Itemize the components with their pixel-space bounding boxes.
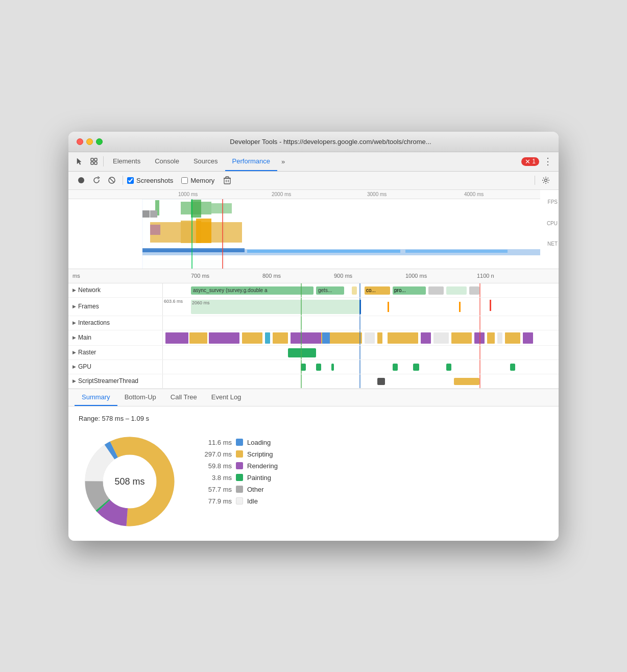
legend-painting-value: 3.8 ms	[201, 474, 232, 482]
script-bar1	[377, 378, 385, 385]
memory-checkbox-label[interactable]: Memory	[181, 177, 214, 184]
tab-list: Elements Console Sources Performance »	[106, 152, 521, 171]
script-label: ScriptStreamerThread	[78, 377, 138, 385]
main-vline-green	[301, 330, 302, 345]
cursor-icon[interactable]	[73, 154, 87, 169]
legend-other-label: Other	[247, 486, 264, 493]
timeline-header: ms 700 ms 800 ms 900 ms 1000 ms 1100 n	[68, 269, 559, 283]
script-content	[163, 374, 559, 388]
maximize-button[interactable]	[96, 138, 103, 145]
main-row-label[interactable]: ▶ Main	[68, 330, 163, 345]
main-bar-gold5	[377, 332, 382, 344]
close-button[interactable]	[77, 138, 83, 145]
perf-toolbar: Screenshots Memory	[68, 172, 559, 190]
tab-console[interactable]: Console	[148, 152, 186, 171]
main-bar-gold2	[242, 332, 262, 344]
gpu-row-label[interactable]: ▶ GPU	[68, 360, 163, 374]
window-title: Developer Tools - https://developers.goo…	[111, 138, 550, 146]
legend-rendering-value: 59.8 ms	[201, 462, 232, 470]
svg-rect-25	[247, 250, 400, 253]
gpu-bar4	[393, 364, 398, 371]
range-text: Range: 578 ms – 1.09 s	[79, 415, 548, 422]
bottom-panel: Summary Bottom-Up Call Tree Event Log Ra…	[68, 389, 559, 541]
net-bar-green1	[446, 286, 467, 295]
tl-1000ms: 1000 ms	[405, 273, 427, 279]
main-bar-purple2	[209, 332, 239, 344]
clear-button[interactable]	[105, 174, 118, 187]
gpu-bar3	[331, 364, 334, 371]
donut-chart: 508 ms	[79, 430, 181, 533]
raster-row-label[interactable]: ▶ Raster	[68, 346, 163, 359]
net-bar-pro: pro...	[393, 286, 426, 295]
raster-bar-green	[288, 348, 316, 357]
screenshots-checkbox-label[interactable]: Screenshots	[127, 177, 173, 184]
interactions-row-label[interactable]: ▶ Interactions	[68, 316, 163, 330]
frame-orange1	[388, 302, 389, 312]
inspect-icon[interactable]	[87, 154, 101, 169]
main-bar-purple1	[165, 332, 188, 344]
main-bar-gold6	[388, 332, 418, 344]
frames-triangle: ▶	[73, 304, 76, 309]
raster-label: Raster	[78, 349, 96, 356]
tab-summary[interactable]: Summary	[75, 389, 117, 406]
perf-overview[interactable]: 1000 ms 2000 ms 3000 ms 4000 ms FPS CPU …	[68, 190, 559, 269]
network-content: async_survey (survey.g.double a gets... …	[163, 283, 559, 297]
tab-elements[interactable]: Elements	[106, 152, 148, 171]
legend-rendering-color	[236, 462, 243, 469]
frame-time1: 603.6 ms	[164, 299, 183, 304]
script-vline-red	[479, 374, 480, 388]
main-bar-gray3	[497, 332, 502, 344]
main-content	[163, 330, 559, 345]
legend-idle-value: 77.9 ms	[201, 497, 232, 505]
network-row-label[interactable]: ▶ Network	[68, 283, 163, 297]
time-4000: 4000 ms	[464, 191, 484, 197]
tab-sources[interactable]: Sources	[186, 152, 225, 171]
time-1000: 1000 ms	[178, 191, 198, 197]
main-row: ▶ Main	[68, 330, 559, 346]
delete-button[interactable]	[221, 174, 234, 187]
memory-checkbox[interactable]	[181, 177, 188, 184]
error-badge[interactable]: ✕ 1	[521, 157, 539, 166]
gpu-vline-blue	[359, 360, 360, 374]
frames-row-label[interactable]: ▶ Frames	[68, 298, 163, 316]
main-vline-red	[479, 330, 480, 345]
donut-center: 508 ms	[114, 476, 144, 487]
tab-performance[interactable]: Performance	[225, 152, 277, 171]
tab-event-log[interactable]: Event Log	[204, 389, 249, 406]
tab-more[interactable]: »	[277, 158, 289, 165]
screenshots-checkbox[interactable]	[127, 177, 134, 184]
gpu-bar1	[301, 364, 306, 371]
frames-label: Frames	[78, 303, 99, 310]
svg-rect-3	[94, 162, 97, 164]
summary-content: Range: 578 ms – 1.09 s	[68, 406, 559, 541]
int-vline-green	[301, 316, 302, 330]
toolbar-sep1	[123, 176, 123, 185]
main-bar-gold1	[189, 332, 207, 344]
legend-painting-label: Painting	[247, 474, 271, 482]
screenshots-label: Screenshots	[136, 177, 173, 184]
script-vline-blue	[359, 374, 360, 388]
tab-bottom-up[interactable]: Bottom-Up	[117, 389, 163, 406]
frame-bar-green	[191, 300, 359, 314]
record-button[interactable]	[75, 174, 88, 187]
more-options-button[interactable]: ⋮	[541, 155, 554, 168]
tl-ms-start: ms	[73, 273, 80, 279]
interactions-triangle: ▶	[73, 320, 76, 325]
network-triangle: ▶	[73, 287, 76, 293]
legend-loading-color	[236, 439, 243, 446]
tl-700ms: 700 ms	[191, 273, 209, 279]
svg-rect-2	[91, 162, 93, 164]
legend-painting: 3.8 ms Painting	[201, 474, 278, 482]
script-streamer-label[interactable]: ▶ ScriptStreamerThread	[68, 374, 163, 388]
minimize-button[interactable]	[86, 138, 93, 145]
reload-button[interactable]	[90, 174, 103, 187]
gpu-vline-red	[479, 360, 480, 374]
settings-button[interactable]	[539, 174, 552, 187]
gpu-content	[163, 360, 559, 374]
legend-rendering-label: Rendering	[247, 462, 278, 470]
titlebar: Developer Tools - https://developers.goo…	[68, 132, 559, 152]
svg-point-4	[78, 177, 84, 183]
net-bar-survey: async_survey (survey.g.double a	[191, 286, 314, 295]
fps-label: FPS	[540, 199, 558, 205]
tab-call-tree[interactable]: Call Tree	[163, 389, 204, 406]
